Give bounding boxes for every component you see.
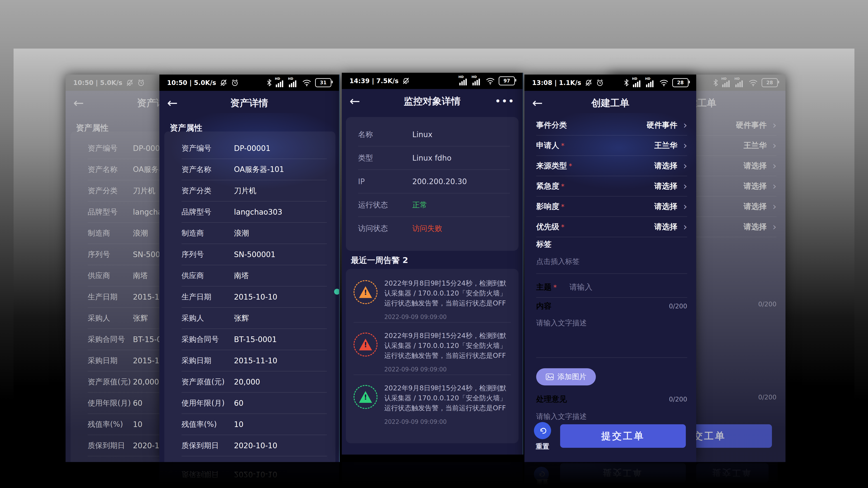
status-bar: 10:50 | 5.0K/s: [66, 74, 159, 91]
mute-icon: [402, 77, 410, 85]
field-row: 类型Linux fdho: [358, 147, 510, 170]
page-header: ← 资产详情: [159, 91, 339, 115]
field-row: 资产编号DP-00001: [88, 138, 159, 159]
page-header: ← 资产详情: [66, 91, 159, 115]
chevron-right-icon: ›: [683, 222, 687, 232]
page-title: 创建工单: [591, 97, 629, 109]
signal-icon: HD: [735, 78, 745, 87]
asset-card: 资产编号DP-00001 资产名称OA服务器-101 资产分类刀片机 品牌型号l…: [164, 131, 336, 462]
back-icon[interactable]: ←: [349, 95, 360, 107]
divider: [536, 273, 687, 274]
status-time-speed: 10:50 | 5.0K/s: [73, 79, 122, 87]
field-row: 质保到期日2020-10-10: [88, 435, 159, 456]
alarm-time: 2022-09-09 09:09:00: [384, 314, 511, 320]
reset-label: 重置: [534, 442, 551, 451]
alarm-clock-icon: [231, 79, 239, 87]
submit-button[interactable]: 提交工单: [560, 424, 686, 448]
bluetooth-icon: [266, 79, 272, 87]
wifi-icon: [659, 79, 669, 86]
monitor-info-card: 名称Linux 类型Linux fdho IP200.200.20.30 运行状…: [346, 117, 519, 251]
status-bar: 14:39 | 7.5K/s HD HD 97: [342, 73, 523, 89]
required-mark: *: [561, 182, 564, 190]
chevron-right-icon: ›: [772, 222, 776, 232]
field-row: 采购合同号BT-15-0001: [182, 329, 327, 350]
chevron-right-icon: ›: [683, 161, 687, 171]
status-time-speed: 10:50 | 5.0K/s: [167, 79, 216, 87]
bluetooth-icon: [623, 79, 629, 87]
more-menu-icon[interactable]: •••: [495, 96, 515, 106]
field-row: 资产分类刀片机: [182, 180, 327, 201]
select-row-impact[interactable]: 影响度*请选择›: [536, 197, 687, 217]
phone-monitor-detail: 14:39 | 7.5K/s HD HD 97 ← 监控对象详情 ••• 名称L…: [342, 73, 523, 455]
phone-create-order: 13:08 | 1.1K/s HD HD 28 ← 创建工单 事件分类硬件事件›…: [524, 74, 696, 462]
reflection-fade: [0, 462, 868, 488]
field-row: 生产日期2015-10-10: [88, 287, 159, 308]
content-counter: 0/200: [669, 302, 687, 310]
select-row-applicant[interactable]: 申请人*王兰华›: [536, 135, 687, 156]
signal-icon: HD: [459, 76, 469, 86]
content-textarea-placeholder[interactable]: 请输入文字描述: [536, 318, 587, 328]
field-row: 使用年限(月)60: [182, 393, 327, 414]
required-mark: *: [569, 162, 572, 170]
field-row: 使用年限(月)60: [88, 393, 159, 414]
field-row: 资产名称OA服务器-101: [182, 159, 327, 180]
screen-recorder-dot[interactable]: [334, 289, 340, 295]
mute-icon: [126, 79, 133, 87]
phone-asset-detail: 10:50 | 5.0K/s HD HD 31 ← 资产详情 资产属性 资产编号…: [159, 74, 340, 462]
field-row: 资产编号DP-00001: [182, 138, 327, 159]
field-row: 资产原值(元)20,000: [88, 371, 159, 393]
page-title: 监控对象详情: [404, 95, 461, 107]
alarm-item: ! 2022年9月8日9时15分24秒，检测到默认采集器 / 170.0.0.1…: [353, 375, 511, 427]
field-row: 访问状态访问失败: [358, 217, 510, 240]
battery-icon: 31: [315, 78, 331, 87]
select-row-event-category[interactable]: 事件分类硬件事件›: [536, 115, 687, 135]
alarm-time: 2022-09-09 09:09:00: [384, 418, 511, 425]
add-image-button[interactable]: 添加图片: [536, 368, 596, 385]
back-icon[interactable]: ←: [167, 97, 178, 109]
field-row: IP200.200.20.30: [358, 170, 510, 193]
field-row: 资产分类刀片机: [88, 180, 159, 201]
signal-icon: HD: [472, 76, 482, 86]
chevron-right-icon: ›: [683, 181, 687, 191]
chevron-right-icon: ›: [772, 181, 776, 191]
chevron-right-icon: ›: [683, 140, 687, 151]
select-row-urgency[interactable]: 紧急度*请选择›: [536, 176, 687, 197]
warning-triangle-red-icon: !: [353, 332, 377, 357]
alarm-section-title: 最近一周告警 2: [351, 255, 408, 266]
warning-triangle-green-icon: !: [353, 385, 377, 409]
field-row: 采购日期2015-11-10: [88, 350, 159, 371]
page-title: 资产详情: [230, 97, 268, 109]
back-icon[interactable]: ←: [73, 97, 84, 109]
battery-icon: 97: [499, 76, 515, 86]
tag-input-placeholder[interactable]: 点击插入标签: [536, 257, 580, 267]
opinion-label: 处理意见: [536, 394, 567, 404]
page-title: 资产详情: [137, 97, 159, 109]
back-icon[interactable]: ←: [532, 97, 543, 109]
signal-icon: HD: [276, 78, 285, 87]
opinion-counter: 0/200: [669, 396, 687, 403]
required-mark: *: [553, 283, 557, 291]
subject-row[interactable]: 主题* 请输入: [536, 277, 687, 298]
select-row-priority[interactable]: 优先级*请选择›: [536, 217, 687, 237]
phone-asset-detail-dimmed: 10:50 | 5.0K/s ← 资产详情 资产属性 资产编号DP-00001 …: [66, 74, 159, 462]
field-row: 质保到期日2020-10-10: [182, 435, 327, 456]
status-time-speed: 14:39 | 7.5K/s: [349, 77, 399, 85]
field-row: 残值率(%)10: [88, 414, 159, 435]
wifi-icon: [302, 79, 311, 86]
field-row: 采购人张辉: [88, 308, 159, 329]
alarm-time: 2022-09-09 09:09:00: [384, 366, 511, 373]
reset-button[interactable]: [534, 422, 551, 439]
status-time-speed: 13:08 | 1.1K/s: [532, 79, 581, 87]
field-row: 品牌型号langchao303: [88, 201, 159, 223]
chevron-right-icon: ›: [772, 120, 776, 130]
wifi-icon: [748, 79, 758, 86]
page-header: ← 创建工单: [524, 91, 696, 115]
opinion-textarea-placeholder[interactable]: 请输入文字描述: [536, 412, 587, 422]
chevron-right-icon: ›: [683, 201, 687, 212]
select-row-source-type[interactable]: 来源类型*请选择›: [536, 156, 687, 176]
field-row: 序列号SN-500001: [88, 244, 159, 265]
undo-arrow-icon: [538, 426, 547, 435]
image-icon: [546, 373, 554, 380]
subject-placeholder: 请输入: [569, 282, 592, 292]
warning-triangle-orange-icon: !: [353, 280, 377, 304]
